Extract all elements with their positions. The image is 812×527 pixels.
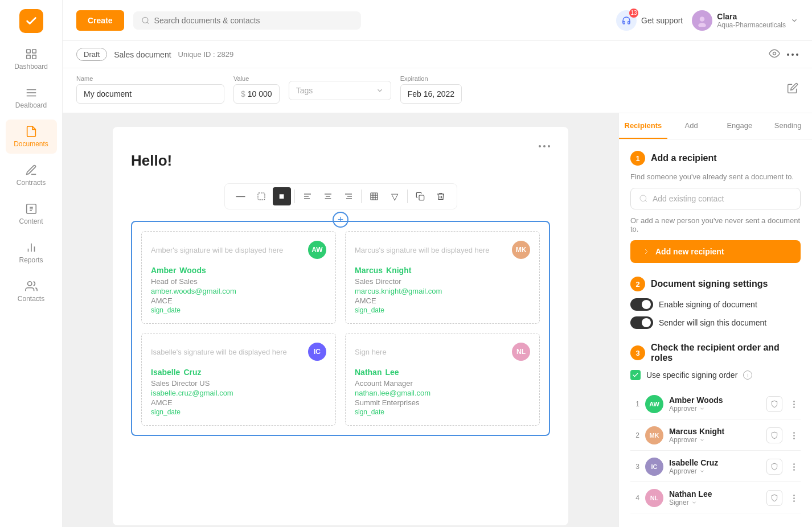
sidebar: Dashboard Dealboard Documents Contracts … <box>0 0 63 527</box>
tab-add[interactable]: Add <box>667 113 716 139</box>
toolbar-delete[interactable] <box>432 187 450 205</box>
recipient-role-ic[interactable]: Approver <box>669 467 761 475</box>
recipient-list: 1 AW Amber Woods Approver <box>630 389 801 513</box>
preview-button[interactable] <box>769 48 780 61</box>
step3-title: Check the recipient order and roles <box>651 343 801 363</box>
signature-card-ic: Isabelle's signature will be displayed h… <box>141 333 336 426</box>
shield-button-mk[interactable] <box>766 427 782 443</box>
sidebar-item-dashboard[interactable]: Dashboard <box>6 42 57 76</box>
signature-card-aw: Amber's signature will be displayed here… <box>141 231 336 324</box>
create-button[interactable]: Create <box>76 10 124 31</box>
app-logo[interactable] <box>19 9 43 33</box>
sidebar-item-contracts[interactable]: Contracts <box>6 158 57 192</box>
user-profile[interactable]: Clara Aqua-Pharmaceuticals <box>692 10 798 31</box>
name-input[interactable] <box>76 84 224 104</box>
more-button-aw[interactable] <box>787 397 801 411</box>
topbar-right: 13 Get support Clara Aqua-Pharmaceutical… <box>616 10 798 31</box>
toolbar-copy[interactable] <box>411 187 429 205</box>
toolbar-block[interactable]: ■ <box>273 187 291 205</box>
toolbar-align-right[interactable] <box>339 187 358 205</box>
doc-header-actions <box>769 48 798 61</box>
info-icon[interactable]: i <box>743 370 752 380</box>
sidebar-item-contacts[interactable]: Contacts <box>6 274 57 308</box>
svg-rect-1 <box>32 50 35 53</box>
sidebar-item-contacts-label: Contacts <box>18 295 44 303</box>
shield-button-ic[interactable] <box>766 459 782 475</box>
add-existing-contact-input[interactable]: Add existing contact <box>630 188 801 209</box>
support-label: Get support <box>641 16 683 25</box>
sidebar-item-contracts-label: Contracts <box>17 179 46 187</box>
toolbar-minus[interactable]: — <box>232 187 250 205</box>
recipient-avatar-ic: IC <box>645 458 663 476</box>
formatting-toolbar: — ■ <box>224 183 457 209</box>
toolbar-select[interactable] <box>252 187 270 205</box>
more-button-mk[interactable] <box>787 429 801 442</box>
tab-engage[interactable]: Engage <box>716 113 764 139</box>
enable-signing-label: Enable signing of document <box>659 300 757 309</box>
edit-icon[interactable] <box>787 83 798 96</box>
right-panel: Recipients Add Engage Sending 1 Add a re… <box>618 113 812 527</box>
search-bar[interactable] <box>133 11 361 30</box>
sidebar-item-reports[interactable]: Reports <box>6 236 57 270</box>
recipient-role-aw[interactable]: Approver <box>669 405 761 413</box>
sidebar-item-documents[interactable]: Documents <box>6 120 57 154</box>
svg-rect-17 <box>258 193 265 200</box>
recipient-name-nl: Nathan Lee <box>669 489 761 499</box>
more-button-nl[interactable] <box>787 491 801 505</box>
sig-date-aw: sign_date <box>151 306 326 314</box>
shield-button-nl[interactable] <box>766 490 782 506</box>
step2-title: Document signing settings <box>651 279 768 289</box>
headphone-icon <box>622 16 631 25</box>
svg-line-34 <box>645 200 647 202</box>
toolbar-align-center[interactable] <box>319 187 337 205</box>
sender-sign-toggle[interactable] <box>630 316 653 329</box>
sig-text-nl: Sign here <box>355 348 387 356</box>
sig-avatar-aw: AW <box>308 241 326 259</box>
expiry-value[interactable]: Feb 16, 2022 <box>400 84 462 104</box>
recipient-item-mk: 2 MK Marcus Knight Approver <box>630 421 801 451</box>
doc-more-button[interactable] <box>787 53 798 56</box>
recipient-item-aw: 1 AW Amber Woods Approver <box>630 389 801 419</box>
shield-icon <box>770 494 778 502</box>
card-more-button[interactable] <box>539 145 550 147</box>
toolbar-shape[interactable]: ▽ <box>386 187 404 205</box>
recipient-num-1: 1 <box>630 400 639 408</box>
step3-section: 3 Check the recipient order and roles Us… <box>630 343 801 513</box>
recipient-info-ic: Isabelle Cruz Approver <box>669 458 761 475</box>
add-new-recipient-button[interactable]: Add new recipient <box>630 240 801 263</box>
support-button[interactable]: 13 Get support <box>616 10 683 31</box>
sig-placeholder-mk: Marcus's signature will be displayed her… <box>355 241 530 259</box>
sidebar-item-content[interactable]: Content <box>6 197 57 231</box>
main-content: Create 13 Get support <box>63 0 812 527</box>
recipient-role-nl[interactable]: Signer <box>669 499 761 507</box>
sidebar-item-reports-label: Reports <box>19 256 43 264</box>
svg-point-11 <box>27 282 31 286</box>
doc-status: Draft <box>76 48 107 61</box>
tab-sending[interactable]: Sending <box>764 113 812 139</box>
tags-input[interactable]: Tags <box>289 81 391 100</box>
sig-date-nl: sign_date <box>355 408 530 416</box>
chevron-down-icon <box>691 500 697 505</box>
sidebar-item-dealboard[interactable]: Dealboard <box>6 81 57 115</box>
toolbar-table[interactable] <box>365 187 383 205</box>
or-text: Or add a new person you've never sent a … <box>630 216 801 233</box>
search-input[interactable] <box>154 16 353 25</box>
toolbar-align-left[interactable] <box>298 187 317 205</box>
svg-point-12 <box>142 17 147 23</box>
sig-placeholder-aw: Amber's signature will be displayed here… <box>151 241 326 259</box>
shield-button-aw[interactable] <box>766 396 782 412</box>
step3-header: 3 Check the recipient order and roles <box>630 343 801 363</box>
name-label: Name <box>76 75 224 82</box>
signing-order-checkbox[interactable] <box>630 370 641 380</box>
more-button-ic[interactable] <box>787 460 801 474</box>
value-input[interactable]: $ 10 000 <box>233 84 280 104</box>
enable-signing-toggle[interactable] <box>630 298 653 311</box>
tab-recipients[interactable]: Recipients <box>619 113 667 139</box>
tags-placeholder: Tags <box>296 86 313 95</box>
chevron-down-icon <box>376 87 384 94</box>
recipient-role-mk[interactable]: Approver <box>669 436 761 444</box>
recipient-actions-mk <box>766 427 801 443</box>
recipient-name-mk: Marcus Knight <box>669 427 761 436</box>
sig-email-mk: marcus.knight@gmail.com <box>355 287 530 295</box>
recipient-actions-aw <box>766 396 801 412</box>
